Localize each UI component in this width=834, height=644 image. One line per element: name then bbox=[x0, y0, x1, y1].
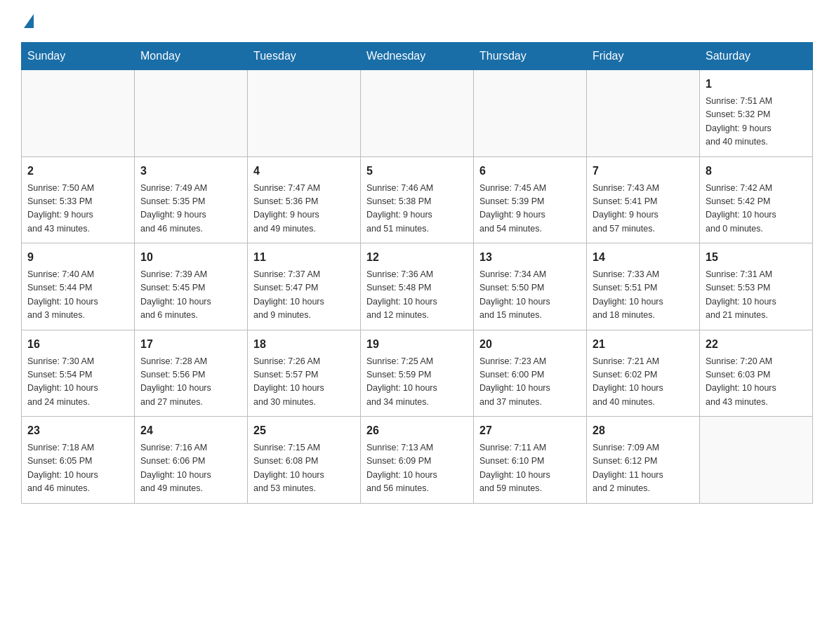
day-of-week-header: Thursday bbox=[474, 43, 587, 70]
day-sun-info: Sunrise: 7:47 AM Sunset: 5:36 PM Dayligh… bbox=[253, 182, 355, 236]
day-of-week-header: Sunday bbox=[22, 43, 135, 70]
day-number: 5 bbox=[366, 163, 468, 180]
calendar-week-row: 1Sunrise: 7:51 AM Sunset: 5:32 PM Daylig… bbox=[22, 70, 813, 157]
day-number: 16 bbox=[27, 336, 128, 353]
calendar-day-cell: 25Sunrise: 7:15 AM Sunset: 6:08 PM Dayli… bbox=[248, 417, 361, 504]
calendar-day-cell bbox=[248, 70, 361, 157]
day-number: 13 bbox=[479, 249, 581, 266]
day-number: 14 bbox=[593, 249, 694, 266]
calendar-day-cell: 14Sunrise: 7:33 AM Sunset: 5:51 PM Dayli… bbox=[587, 243, 700, 330]
day-number: 24 bbox=[140, 422, 241, 439]
day-number: 25 bbox=[253, 422, 355, 439]
day-sun-info: Sunrise: 7:09 AM Sunset: 6:12 PM Dayligh… bbox=[593, 441, 694, 496]
calendar-day-cell: 15Sunrise: 7:31 AM Sunset: 5:53 PM Dayli… bbox=[700, 243, 813, 330]
calendar-day-cell: 5Sunrise: 7:46 AM Sunset: 5:38 PM Daylig… bbox=[361, 156, 474, 243]
calendar-day-cell: 18Sunrise: 7:26 AM Sunset: 5:57 PM Dayli… bbox=[248, 330, 361, 417]
day-sun-info: Sunrise: 7:40 AM Sunset: 5:44 PM Dayligh… bbox=[27, 268, 128, 323]
day-number: 11 bbox=[253, 249, 355, 266]
day-sun-info: Sunrise: 7:31 AM Sunset: 5:53 PM Dayligh… bbox=[706, 268, 807, 323]
calendar-day-cell bbox=[700, 417, 813, 504]
logo bbox=[21, 14, 34, 28]
day-sun-info: Sunrise: 7:15 AM Sunset: 6:08 PM Dayligh… bbox=[253, 441, 355, 496]
day-number: 19 bbox=[366, 336, 468, 353]
calendar-day-cell: 7Sunrise: 7:43 AM Sunset: 5:41 PM Daylig… bbox=[587, 156, 700, 243]
calendar-day-cell: 9Sunrise: 7:40 AM Sunset: 5:44 PM Daylig… bbox=[22, 243, 135, 330]
day-number: 4 bbox=[253, 163, 355, 180]
day-number: 21 bbox=[593, 336, 694, 353]
calendar-week-row: 9Sunrise: 7:40 AM Sunset: 5:44 PM Daylig… bbox=[22, 243, 813, 330]
day-number: 17 bbox=[140, 336, 241, 353]
calendar-week-row: 23Sunrise: 7:18 AM Sunset: 6:05 PM Dayli… bbox=[22, 417, 813, 504]
day-sun-info: Sunrise: 7:20 AM Sunset: 6:03 PM Dayligh… bbox=[706, 355, 807, 410]
calendar-week-row: 2Sunrise: 7:50 AM Sunset: 5:33 PM Daylig… bbox=[22, 156, 813, 243]
calendar-day-cell: 23Sunrise: 7:18 AM Sunset: 6:05 PM Dayli… bbox=[22, 417, 135, 504]
calendar-day-cell bbox=[587, 70, 700, 157]
day-sun-info: Sunrise: 7:43 AM Sunset: 5:41 PM Dayligh… bbox=[593, 182, 694, 236]
day-sun-info: Sunrise: 7:49 AM Sunset: 5:35 PM Dayligh… bbox=[140, 182, 241, 236]
calendar-day-cell: 16Sunrise: 7:30 AM Sunset: 5:54 PM Dayli… bbox=[22, 330, 135, 417]
calendar-table: SundayMondayTuesdayWednesdayThursdayFrid… bbox=[21, 42, 813, 504]
day-sun-info: Sunrise: 7:28 AM Sunset: 5:56 PM Dayligh… bbox=[140, 355, 241, 410]
calendar-week-row: 16Sunrise: 7:30 AM Sunset: 5:54 PM Dayli… bbox=[22, 330, 813, 417]
day-sun-info: Sunrise: 7:45 AM Sunset: 5:39 PM Dayligh… bbox=[479, 182, 581, 236]
calendar-day-cell: 2Sunrise: 7:50 AM Sunset: 5:33 PM Daylig… bbox=[22, 156, 135, 243]
day-sun-info: Sunrise: 7:16 AM Sunset: 6:06 PM Dayligh… bbox=[140, 441, 241, 496]
day-sun-info: Sunrise: 7:34 AM Sunset: 5:50 PM Dayligh… bbox=[479, 268, 581, 323]
calendar-header-row: SundayMondayTuesdayWednesdayThursdayFrid… bbox=[22, 43, 813, 70]
day-sun-info: Sunrise: 7:33 AM Sunset: 5:51 PM Dayligh… bbox=[593, 268, 694, 323]
day-sun-info: Sunrise: 7:30 AM Sunset: 5:54 PM Dayligh… bbox=[27, 355, 128, 410]
calendar-day-cell: 28Sunrise: 7:09 AM Sunset: 6:12 PM Dayli… bbox=[587, 417, 700, 504]
day-number: 26 bbox=[366, 422, 468, 439]
calendar-day-cell bbox=[135, 70, 248, 157]
calendar-day-cell: 26Sunrise: 7:13 AM Sunset: 6:09 PM Dayli… bbox=[361, 417, 474, 504]
calendar-day-cell: 3Sunrise: 7:49 AM Sunset: 5:35 PM Daylig… bbox=[135, 156, 248, 243]
calendar-day-cell: 11Sunrise: 7:37 AM Sunset: 5:47 PM Dayli… bbox=[248, 243, 361, 330]
day-of-week-header: Wednesday bbox=[361, 43, 474, 70]
day-number: 7 bbox=[593, 163, 694, 180]
day-sun-info: Sunrise: 7:39 AM Sunset: 5:45 PM Dayligh… bbox=[140, 268, 241, 323]
calendar-day-cell bbox=[361, 70, 474, 157]
page-header bbox=[21, 14, 813, 28]
day-sun-info: Sunrise: 7:25 AM Sunset: 5:59 PM Dayligh… bbox=[366, 355, 468, 410]
day-number: 22 bbox=[706, 336, 807, 353]
day-number: 28 bbox=[593, 422, 694, 439]
day-number: 27 bbox=[479, 422, 581, 439]
calendar-day-cell: 12Sunrise: 7:36 AM Sunset: 5:48 PM Dayli… bbox=[361, 243, 474, 330]
day-number: 1 bbox=[706, 76, 807, 93]
day-of-week-header: Friday bbox=[587, 43, 700, 70]
calendar-day-cell: 20Sunrise: 7:23 AM Sunset: 6:00 PM Dayli… bbox=[474, 330, 587, 417]
day-sun-info: Sunrise: 7:23 AM Sunset: 6:00 PM Dayligh… bbox=[479, 355, 581, 410]
day-number: 6 bbox=[479, 163, 581, 180]
day-sun-info: Sunrise: 7:18 AM Sunset: 6:05 PM Dayligh… bbox=[27, 441, 128, 496]
calendar-day-cell: 21Sunrise: 7:21 AM Sunset: 6:02 PM Dayli… bbox=[587, 330, 700, 417]
calendar-day-cell: 13Sunrise: 7:34 AM Sunset: 5:50 PM Dayli… bbox=[474, 243, 587, 330]
day-number: 9 bbox=[27, 249, 128, 266]
day-sun-info: Sunrise: 7:21 AM Sunset: 6:02 PM Dayligh… bbox=[593, 355, 694, 410]
day-number: 10 bbox=[140, 249, 241, 266]
calendar-day-cell: 6Sunrise: 7:45 AM Sunset: 5:39 PM Daylig… bbox=[474, 156, 587, 243]
day-number: 8 bbox=[706, 163, 807, 180]
day-sun-info: Sunrise: 7:37 AM Sunset: 5:47 PM Dayligh… bbox=[253, 268, 355, 323]
logo-triangle-icon bbox=[24, 14, 34, 28]
day-of-week-header: Saturday bbox=[700, 43, 813, 70]
calendar-day-cell: 1Sunrise: 7:51 AM Sunset: 5:32 PM Daylig… bbox=[700, 70, 813, 157]
day-number: 3 bbox=[140, 163, 241, 180]
calendar-day-cell: 27Sunrise: 7:11 AM Sunset: 6:10 PM Dayli… bbox=[474, 417, 587, 504]
day-sun-info: Sunrise: 7:46 AM Sunset: 5:38 PM Dayligh… bbox=[366, 182, 468, 236]
day-number: 2 bbox=[27, 163, 128, 180]
calendar-day-cell: 4Sunrise: 7:47 AM Sunset: 5:36 PM Daylig… bbox=[248, 156, 361, 243]
day-of-week-header: Monday bbox=[135, 43, 248, 70]
day-sun-info: Sunrise: 7:42 AM Sunset: 5:42 PM Dayligh… bbox=[706, 182, 807, 236]
calendar-day-cell bbox=[22, 70, 135, 157]
day-sun-info: Sunrise: 7:11 AM Sunset: 6:10 PM Dayligh… bbox=[479, 441, 581, 496]
day-sun-info: Sunrise: 7:13 AM Sunset: 6:09 PM Dayligh… bbox=[366, 441, 468, 496]
day-number: 15 bbox=[706, 249, 807, 266]
calendar-day-cell: 17Sunrise: 7:28 AM Sunset: 5:56 PM Dayli… bbox=[135, 330, 248, 417]
day-sun-info: Sunrise: 7:36 AM Sunset: 5:48 PM Dayligh… bbox=[366, 268, 468, 323]
calendar-day-cell: 10Sunrise: 7:39 AM Sunset: 5:45 PM Dayli… bbox=[135, 243, 248, 330]
day-number: 20 bbox=[479, 336, 581, 353]
day-number: 18 bbox=[253, 336, 355, 353]
day-sun-info: Sunrise: 7:51 AM Sunset: 5:32 PM Dayligh… bbox=[706, 95, 807, 149]
calendar-day-cell: 24Sunrise: 7:16 AM Sunset: 6:06 PM Dayli… bbox=[135, 417, 248, 504]
day-number: 12 bbox=[366, 249, 468, 266]
